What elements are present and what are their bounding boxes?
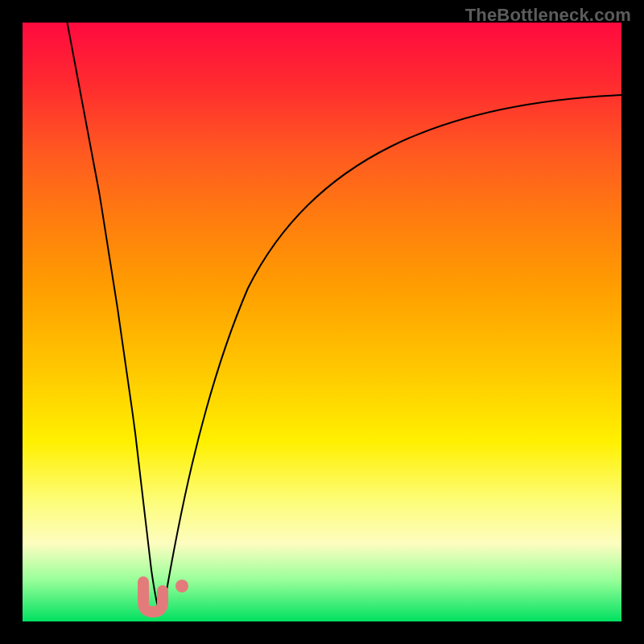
chart-svg <box>23 23 621 621</box>
curve-right-branch <box>163 95 621 613</box>
curve-left-branch <box>61 0 159 613</box>
trough-dot-icon <box>175 580 188 592</box>
trough-u-marker-icon <box>143 582 163 612</box>
watermark-text: TheBottleneck.com <box>465 5 631 26</box>
chart-plot-area <box>23 23 621 621</box>
chart-frame: TheBottleneck.com <box>0 0 644 644</box>
